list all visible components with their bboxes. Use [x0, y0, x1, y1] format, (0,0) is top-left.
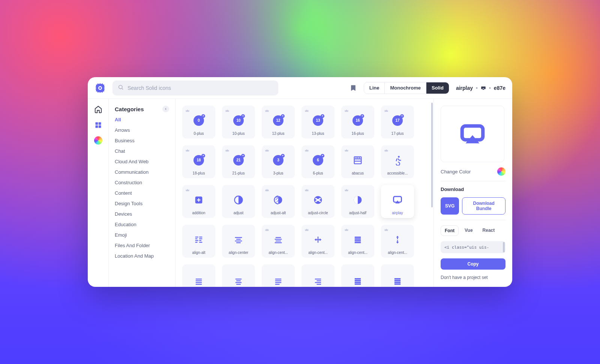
icon-card-18-plus[interactable]: 18+18-plus — [182, 145, 215, 178]
icon-card-adjust-circle[interactable]: adjust-circle — [302, 185, 334, 218]
icon-card-align-justify[interactable] — [182, 264, 215, 287]
icon-card-align-justify3[interactable] — [262, 264, 295, 287]
collapse-button[interactable] — [162, 106, 169, 112]
code-snippet[interactable]: <i class="uis uis- — [441, 241, 506, 253]
scrollbar-thumb[interactable] — [431, 103, 433, 207]
icon-card-adjust-half[interactable]: adjust-half — [341, 185, 374, 218]
svg-rect-61 — [317, 280, 321, 281]
svg-rect-65 — [355, 280, 361, 282]
category-item[interactable]: Content — [115, 190, 169, 196]
icon-card-17-plus[interactable]: 17+17-plus — [381, 106, 414, 139]
icon-card-13-plus[interactable]: 13+13-plus — [302, 106, 334, 139]
category-item[interactable]: Emoji — [115, 232, 169, 238]
svg-rect-38 — [236, 242, 241, 243]
style-tab-solid[interactable]: Solid — [426, 82, 449, 94]
download-svg-button[interactable]: SVG — [441, 197, 459, 215]
icon-card-21-plus[interactable]: 21+21-plus — [222, 145, 255, 178]
style-tab-monochrome[interactable]: Monochrome — [384, 82, 426, 94]
grid-icon[interactable] — [94, 121, 103, 130]
svg-rect-34 — [199, 242, 202, 242]
icon-card-0-plus[interactable]: 0+0-plus — [182, 106, 215, 139]
search-input[interactable] — [128, 85, 273, 91]
category-item[interactable]: Cloud And Web — [115, 159, 169, 164]
svg-rect-32 — [199, 240, 201, 241]
category-item[interactable]: Communication — [115, 169, 169, 175]
svg-rect-51 — [196, 284, 202, 285]
crown-icon — [185, 108, 190, 112]
icon-card-align-cent...[interactable]: align-cent... — [302, 225, 334, 258]
svg-rect-68 — [394, 278, 400, 280]
category-item[interactable]: Construction — [115, 180, 169, 185]
download-bundle-button[interactable]: Download Bundle — [462, 197, 506, 215]
crown-icon — [265, 227, 269, 231]
category-item[interactable]: All — [115, 117, 169, 122]
category-item[interactable]: Business — [115, 138, 169, 143]
svg-rect-36 — [236, 239, 241, 239]
category-item[interactable]: Chat — [115, 148, 169, 154]
icon-card-3-plus[interactable]: 3+3-plus — [262, 145, 295, 178]
color-picker[interactable] — [497, 167, 506, 176]
icon-card-adjust-alt[interactable]: adjust-alt — [262, 185, 295, 218]
svg-point-12 — [357, 157, 358, 158]
category-item[interactable]: Devices — [115, 211, 169, 217]
category-item[interactable]: Design Tools — [115, 201, 169, 206]
airplay-icon — [481, 85, 486, 91]
icon-card-align-center[interactable]: align-center — [222, 225, 255, 258]
svg-rect-30 — [199, 238, 202, 239]
svg-rect-27 — [195, 236, 198, 237]
copy-button[interactable]: Copy — [441, 258, 506, 270]
icon-card-align-alt[interactable]: align-alt — [182, 225, 215, 258]
category-item[interactable]: Education — [115, 222, 169, 227]
svg-rect-71 — [394, 283, 400, 285]
category-item[interactable]: Files And Folder — [115, 243, 169, 248]
tab-vue[interactable]: Vue — [461, 225, 477, 236]
category-sidebar: Categories AllArrowsBusinessChatCloud An… — [109, 99, 176, 287]
code-scrollbar[interactable] — [503, 242, 505, 252]
crown-icon — [185, 148, 190, 152]
icon-card-airplay[interactable]: airplay — [381, 185, 414, 218]
tab-react[interactable]: React — [479, 225, 499, 236]
color-wheel-icon[interactable] — [94, 136, 102, 145]
svg-line-21 — [276, 200, 278, 202]
home-icon[interactable] — [94, 105, 103, 114]
icon-card-6-plus[interactable]: 6+6-plus — [302, 145, 334, 178]
card-label: 6-plus — [304, 171, 332, 175]
icon-card-12-plus[interactable]: 12+12-plus — [262, 106, 295, 139]
icon-card-accessible...[interactable]: accessible... — [381, 145, 414, 178]
app-window: Line Monochrome Solid airplay • • e87e — [88, 77, 512, 287]
icon-card-align-cent...[interactable]: align-cent... — [262, 225, 295, 258]
card-icon — [224, 189, 253, 211]
svg-point-1 — [99, 87, 101, 89]
card-label: adjust-half — [344, 211, 372, 215]
card-label: align-cent... — [304, 251, 332, 255]
svg-rect-55 — [236, 284, 241, 285]
category-item[interactable]: Arrows — [115, 127, 169, 133]
search-box[interactable] — [112, 81, 278, 95]
icon-card-align-cent...[interactable]: align-cent... — [341, 225, 374, 258]
card-icon — [264, 268, 292, 287]
icon-card-align-cent...[interactable]: align-cent... — [381, 225, 414, 258]
svg-point-14 — [398, 156, 400, 158]
svg-rect-58 — [275, 282, 281, 283]
icon-card-addition[interactable]: addition — [182, 185, 215, 218]
icon-card-16-plus[interactable]: 16+16-plus — [341, 106, 374, 139]
icon-card-align-right[interactable] — [302, 264, 334, 287]
crown-icon — [265, 148, 269, 152]
icon-card-align-justify2[interactable] — [222, 264, 255, 287]
crown-icon — [185, 187, 190, 192]
category-item[interactable]: Location And Map — [115, 253, 169, 259]
crown-icon — [344, 148, 349, 152]
card-label: 12-plus — [264, 131, 292, 136]
icon-card-align-fill[interactable] — [341, 264, 374, 287]
icon-card-abacus[interactable]: abacus — [341, 145, 374, 178]
icon-card-adjust[interactable]: adjust — [222, 185, 255, 218]
tab-font[interactable]: Font — [441, 225, 459, 236]
style-tab-line[interactable]: Line — [364, 82, 385, 94]
topbar: Line Monochrome Solid airplay • • e87e — [88, 77, 512, 99]
svg-rect-33 — [195, 242, 198, 242]
svg-rect-50 — [196, 282, 202, 283]
icon-card-align-fill2[interactable] — [381, 264, 414, 287]
bookmark-icon[interactable] — [350, 84, 357, 92]
svg-rect-59 — [275, 284, 280, 285]
icon-card-10-plus[interactable]: 10+10-plus — [222, 106, 255, 139]
